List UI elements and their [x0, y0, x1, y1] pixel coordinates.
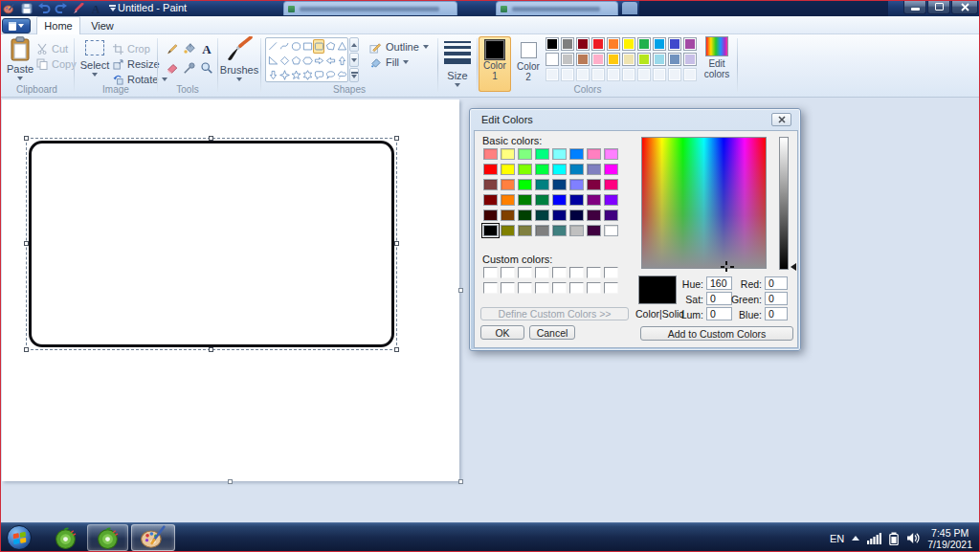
lum-field[interactable]: 0 [706, 307, 732, 320]
basic-color-swatch[interactable] [483, 148, 498, 160]
basic-color-swatch[interactable] [535, 225, 549, 236]
sat-field[interactable]: 0 [706, 292, 732, 305]
shape-selection-box[interactable] [26, 138, 397, 350]
cancel-button[interactable]: Cancel [529, 325, 575, 340]
magnifier-tool[interactable] [198, 58, 214, 77]
resize-handle-s[interactable] [209, 347, 213, 352]
red-field[interactable]: 0 [765, 276, 788, 290]
application-menu-button[interactable] [2, 18, 31, 33]
basic-color-swatch[interactable] [587, 148, 601, 160]
basic-color-swatch[interactable] [535, 164, 549, 175]
brushes-button[interactable]: Brushes [220, 36, 258, 81]
palette-color-swatch[interactable] [653, 37, 666, 51]
shape-star-4[interactable] [278, 68, 290, 82]
custom-color-swatch[interactable] [604, 282, 618, 294]
resize-button[interactable]: Resize [113, 57, 160, 71]
resize-handle-n[interactable] [209, 136, 213, 141]
shapes-scroll-up[interactable] [349, 37, 359, 52]
palette-empty-slot[interactable] [591, 68, 605, 81]
palette-color-swatch[interactable] [607, 37, 620, 51]
shape-arrow-right[interactable] [313, 54, 324, 68]
palette-empty-slot[interactable] [561, 68, 574, 81]
shape-diamond[interactable] [278, 54, 290, 68]
basic-color-swatch[interactable] [569, 148, 584, 160]
green-field[interactable]: 0 [765, 292, 788, 305]
basic-color-swatch[interactable] [501, 179, 515, 190]
basic-color-swatch[interactable] [518, 194, 532, 206]
custom-color-swatch[interactable] [552, 267, 567, 278]
select-button[interactable]: Select [78, 36, 111, 77]
define-custom-colors-button[interactable]: Define Custom Colors >> [480, 307, 629, 320]
add-to-custom-colors-button[interactable]: Add to Custom Colors [640, 326, 793, 341]
resize-handle-w[interactable] [24, 241, 29, 246]
taskbar-app-paint[interactable] [131, 524, 175, 551]
basic-color-swatch[interactable] [483, 194, 498, 206]
basic-color-swatch[interactable] [587, 210, 601, 221]
shapes-scroll-down[interactable] [349, 53, 359, 67]
paste-button[interactable]: Paste [5, 36, 35, 80]
basic-color-swatch[interactable] [604, 164, 618, 175]
hue-field[interactable]: 160 [706, 276, 732, 290]
pencil-tool[interactable] [164, 39, 180, 57]
basic-color-swatch[interactable] [587, 225, 601, 236]
palette-color-swatch[interactable] [561, 53, 574, 66]
hue-saturation-field[interactable] [641, 137, 767, 269]
shape-rounded-rectangle[interactable] [313, 39, 324, 54]
resize-handle-sw[interactable] [24, 347, 29, 352]
canvas-resize-handle-se[interactable] [458, 479, 463, 484]
palette-color-swatch[interactable] [546, 37, 559, 51]
shape-triangle[interactable] [336, 39, 347, 54]
background-window-tab[interactable] [283, 1, 457, 15]
basic-color-swatch[interactable] [569, 164, 584, 175]
basic-color-swatch[interactable] [587, 179, 601, 190]
luminance-slider[interactable] [779, 137, 789, 270]
taskbar-app-green-2[interactable] [87, 524, 128, 551]
resize-handle-se[interactable] [394, 347, 399, 352]
basic-color-swatch[interactable] [535, 210, 549, 221]
palette-color-swatch[interactable] [683, 37, 697, 51]
palette-color-swatch[interactable] [576, 37, 590, 51]
basic-color-swatch[interactable] [552, 194, 567, 206]
basic-color-swatch[interactable] [604, 210, 618, 221]
show-hidden-icons[interactable] [852, 536, 859, 541]
basic-color-swatch[interactable] [501, 194, 515, 206]
basic-color-swatch[interactable] [569, 210, 584, 221]
palette-empty-slot[interactable] [637, 68, 651, 81]
minimize-button[interactable] [903, 0, 926, 14]
palette-color-swatch[interactable] [607, 53, 620, 66]
basic-color-swatch[interactable] [518, 210, 532, 221]
copy-button[interactable]: Copy [36, 57, 77, 71]
palette-empty-slot[interactable] [653, 68, 666, 81]
custom-color-swatch[interactable] [518, 282, 532, 294]
custom-color-swatch[interactable] [604, 267, 618, 278]
basic-color-swatch[interactable] [569, 194, 584, 206]
basic-color-swatch[interactable] [552, 148, 567, 160]
custom-color-swatch[interactable] [587, 267, 601, 278]
resize-handle-nw[interactable] [24, 136, 29, 141]
palette-color-swatch[interactable] [591, 37, 605, 51]
shape-star-5[interactable] [290, 68, 301, 82]
edit-colors-button[interactable]: Edit colors [698, 36, 736, 79]
shapes-more-button[interactable] [349, 68, 359, 82]
crop-button[interactable]: Crop [113, 42, 150, 55]
tab-home[interactable]: Home [36, 16, 80, 34]
dialog-close-button[interactable] [771, 113, 791, 126]
palette-color-swatch[interactable] [653, 53, 666, 66]
palette-empty-slot[interactable] [683, 68, 697, 81]
basic-color-swatch[interactable] [518, 148, 532, 160]
basic-color-swatch[interactable] [552, 179, 567, 190]
custom-color-swatch[interactable] [552, 282, 567, 294]
palette-color-swatch[interactable] [668, 37, 681, 51]
shape-polygon[interactable] [324, 39, 336, 54]
resize-handle-e[interactable] [394, 241, 399, 246]
palette-color-swatch[interactable] [546, 53, 559, 66]
custom-color-swatch[interactable] [569, 267, 584, 278]
speaker-icon[interactable] [906, 532, 920, 544]
size-button[interactable]: Size [441, 38, 474, 87]
start-button[interactable] [7, 525, 32, 550]
custom-color-swatch[interactable] [587, 282, 601, 294]
basic-color-swatch[interactable] [587, 194, 601, 206]
blue-field[interactable]: 0 [765, 307, 788, 320]
basic-color-swatch[interactable] [604, 148, 618, 160]
basic-color-swatch[interactable] [569, 179, 584, 190]
